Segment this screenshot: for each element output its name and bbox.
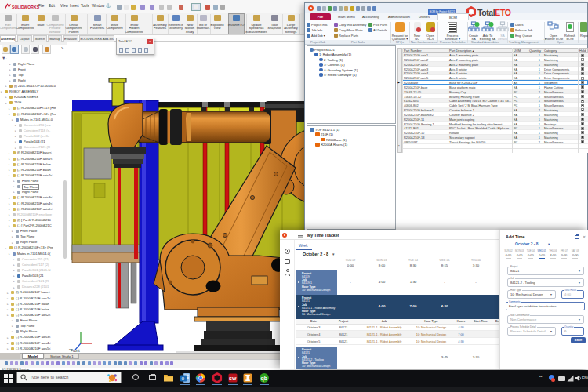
svg-text:SOLIDWORKS: SOLIDWORKS (12, 5, 40, 9)
svg-text:TotalETO: TotalETO (477, 8, 511, 17)
svg-text:o: o (182, 376, 185, 381)
svg-text:sw: sw (229, 375, 237, 380)
svg-text:qb: qb (261, 375, 267, 381)
